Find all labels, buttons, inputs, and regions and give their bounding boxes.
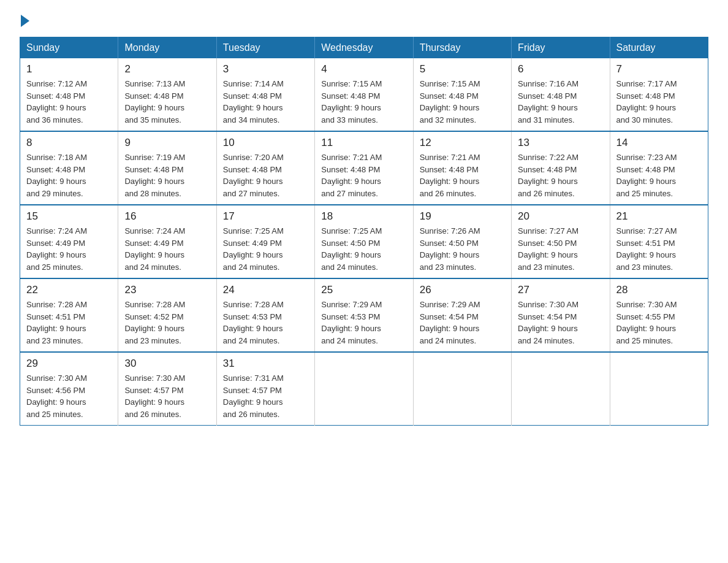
day-info: Sunrise: 7:25 AMSunset: 4:50 PMDaylight:… [321, 225, 406, 273]
day-number: 20 [518, 210, 603, 223]
calendar-cell: 5 Sunrise: 7:15 AMSunset: 4:48 PMDayligh… [413, 58, 511, 131]
calendar-cell: 14 Sunrise: 7:23 AMSunset: 4:48 PMDaylig… [610, 131, 708, 205]
week-row-3: 15 Sunrise: 7:24 AMSunset: 4:49 PMDaylig… [20, 205, 708, 278]
calendar-cell: 19 Sunrise: 7:26 AMSunset: 4:50 PMDaylig… [413, 205, 511, 278]
calendar-cell: 7 Sunrise: 7:17 AMSunset: 4:48 PMDayligh… [610, 58, 708, 131]
calendar-cell: 3 Sunrise: 7:14 AMSunset: 4:48 PMDayligh… [216, 58, 314, 131]
calendar-cell: 29 Sunrise: 7:30 AMSunset: 4:56 PMDaylig… [20, 352, 118, 426]
calendar-cell: 30 Sunrise: 7:30 AMSunset: 4:57 PMDaylig… [118, 352, 216, 426]
day-header-thursday: Thursday [413, 37, 511, 59]
day-info: Sunrise: 7:27 AMSunset: 4:50 PMDaylight:… [518, 225, 603, 273]
day-info: Sunrise: 7:31 AMSunset: 4:57 PMDaylight:… [223, 372, 308, 420]
week-row-4: 22 Sunrise: 7:28 AMSunset: 4:51 PMDaylig… [20, 278, 708, 352]
day-info: Sunrise: 7:30 AMSunset: 4:57 PMDaylight:… [124, 372, 210, 420]
day-info: Sunrise: 7:29 AMSunset: 4:53 PMDaylight:… [321, 299, 406, 347]
day-number: 5 [420, 63, 505, 75]
day-number: 24 [223, 284, 308, 296]
day-number: 4 [321, 63, 406, 75]
day-number: 26 [420, 284, 505, 296]
day-number: 14 [616, 137, 702, 149]
day-number: 30 [124, 358, 210, 370]
day-info: Sunrise: 7:28 AMSunset: 4:52 PMDaylight:… [124, 299, 210, 347]
calendar-cell [610, 352, 708, 426]
day-number: 16 [124, 210, 210, 223]
day-number: 15 [26, 210, 112, 223]
day-header-sunday: Sunday [20, 37, 118, 59]
calendar-cell: 11 Sunrise: 7:21 AMSunset: 4:48 PMDaylig… [315, 131, 413, 205]
day-info: Sunrise: 7:16 AMSunset: 4:48 PMDaylight:… [518, 78, 603, 126]
calendar-table: SundayMondayTuesdayWednesdayThursdayFrid… [20, 37, 708, 426]
day-header-wednesday: Wednesday [315, 37, 413, 59]
calendar-cell [315, 352, 413, 426]
calendar-cell: 21 Sunrise: 7:27 AMSunset: 4:51 PMDaylig… [610, 205, 708, 278]
day-number: 31 [223, 358, 308, 370]
calendar-cell: 31 Sunrise: 7:31 AMSunset: 4:57 PMDaylig… [216, 352, 314, 426]
day-info: Sunrise: 7:23 AMSunset: 4:48 PMDaylight:… [616, 151, 702, 199]
calendar-cell: 27 Sunrise: 7:30 AMSunset: 4:54 PMDaylig… [512, 278, 610, 352]
day-number: 12 [420, 137, 505, 149]
day-number: 21 [616, 210, 702, 223]
day-number: 1 [26, 63, 112, 75]
day-header-friday: Friday [512, 37, 610, 59]
day-number: 29 [26, 358, 112, 370]
calendar-cell: 10 Sunrise: 7:20 AMSunset: 4:48 PMDaylig… [216, 131, 314, 205]
day-info: Sunrise: 7:22 AMSunset: 4:48 PMDaylight:… [518, 151, 603, 199]
calendar-header-row: SundayMondayTuesdayWednesdayThursdayFrid… [20, 37, 708, 59]
day-header-saturday: Saturday [610, 37, 708, 59]
day-info: Sunrise: 7:25 AMSunset: 4:49 PMDaylight:… [223, 225, 308, 273]
day-info: Sunrise: 7:29 AMSunset: 4:54 PMDaylight:… [420, 299, 505, 347]
day-header-tuesday: Tuesday [216, 37, 314, 59]
calendar-cell: 25 Sunrise: 7:29 AMSunset: 4:53 PMDaylig… [315, 278, 413, 352]
week-row-1: 1 Sunrise: 7:12 AMSunset: 4:48 PMDayligh… [20, 58, 708, 131]
calendar-cell: 13 Sunrise: 7:22 AMSunset: 4:48 PMDaylig… [512, 131, 610, 205]
day-info: Sunrise: 7:30 AMSunset: 4:54 PMDaylight:… [518, 299, 603, 347]
calendar-cell: 9 Sunrise: 7:19 AMSunset: 4:48 PMDayligh… [118, 131, 216, 205]
day-info: Sunrise: 7:17 AMSunset: 4:48 PMDaylight:… [616, 78, 702, 126]
calendar-cell: 22 Sunrise: 7:28 AMSunset: 4:51 PMDaylig… [20, 278, 118, 352]
calendar-cell [413, 352, 511, 426]
day-number: 13 [518, 137, 603, 149]
day-info: Sunrise: 7:21 AMSunset: 4:48 PMDaylight:… [321, 151, 406, 199]
week-row-5: 29 Sunrise: 7:30 AMSunset: 4:56 PMDaylig… [20, 352, 708, 426]
day-number: 6 [518, 63, 603, 75]
day-number: 19 [420, 210, 505, 223]
calendar-cell: 26 Sunrise: 7:29 AMSunset: 4:54 PMDaylig… [413, 278, 511, 352]
day-number: 11 [321, 137, 406, 149]
day-number: 8 [26, 137, 112, 149]
day-info: Sunrise: 7:13 AMSunset: 4:48 PMDaylight:… [124, 78, 210, 126]
day-info: Sunrise: 7:12 AMSunset: 4:48 PMDaylight:… [26, 78, 112, 126]
day-number: 7 [616, 63, 702, 75]
day-number: 18 [321, 210, 406, 223]
day-number: 28 [616, 284, 702, 296]
day-number: 22 [26, 284, 112, 296]
calendar-cell [512, 352, 610, 426]
logo-arrow-icon [21, 15, 29, 27]
day-info: Sunrise: 7:30 AMSunset: 4:55 PMDaylight:… [616, 299, 702, 347]
calendar-cell: 15 Sunrise: 7:24 AMSunset: 4:49 PMDaylig… [20, 205, 118, 278]
day-info: Sunrise: 7:27 AMSunset: 4:51 PMDaylight:… [616, 225, 702, 273]
calendar-cell: 20 Sunrise: 7:27 AMSunset: 4:50 PMDaylig… [512, 205, 610, 278]
calendar-cell: 6 Sunrise: 7:16 AMSunset: 4:48 PMDayligh… [512, 58, 610, 131]
calendar-cell: 1 Sunrise: 7:12 AMSunset: 4:48 PMDayligh… [20, 58, 118, 131]
day-info: Sunrise: 7:28 AMSunset: 4:53 PMDaylight:… [223, 299, 308, 347]
calendar-cell: 18 Sunrise: 7:25 AMSunset: 4:50 PMDaylig… [315, 205, 413, 278]
day-info: Sunrise: 7:15 AMSunset: 4:48 PMDaylight:… [420, 78, 505, 126]
day-info: Sunrise: 7:21 AMSunset: 4:48 PMDaylight:… [420, 151, 505, 199]
day-info: Sunrise: 7:14 AMSunset: 4:48 PMDaylight:… [223, 78, 308, 126]
day-info: Sunrise: 7:26 AMSunset: 4:50 PMDaylight:… [420, 225, 505, 273]
day-info: Sunrise: 7:20 AMSunset: 4:48 PMDaylight:… [223, 151, 308, 199]
day-header-monday: Monday [118, 37, 216, 59]
day-number: 9 [124, 137, 210, 149]
day-info: Sunrise: 7:18 AMSunset: 4:48 PMDaylight:… [26, 151, 112, 199]
day-info: Sunrise: 7:28 AMSunset: 4:51 PMDaylight:… [26, 299, 112, 347]
day-info: Sunrise: 7:24 AMSunset: 4:49 PMDaylight:… [124, 225, 210, 273]
day-info: Sunrise: 7:24 AMSunset: 4:49 PMDaylight:… [26, 225, 112, 273]
calendar-cell: 4 Sunrise: 7:15 AMSunset: 4:48 PMDayligh… [315, 58, 413, 131]
calendar-cell: 24 Sunrise: 7:28 AMSunset: 4:53 PMDaylig… [216, 278, 314, 352]
calendar-cell: 17 Sunrise: 7:25 AMSunset: 4:49 PMDaylig… [216, 205, 314, 278]
calendar-cell: 28 Sunrise: 7:30 AMSunset: 4:55 PMDaylig… [610, 278, 708, 352]
calendar-cell: 12 Sunrise: 7:21 AMSunset: 4:48 PMDaylig… [413, 131, 511, 205]
day-number: 25 [321, 284, 406, 296]
day-info: Sunrise: 7:15 AMSunset: 4:48 PMDaylight:… [321, 78, 406, 126]
day-number: 10 [223, 137, 308, 149]
